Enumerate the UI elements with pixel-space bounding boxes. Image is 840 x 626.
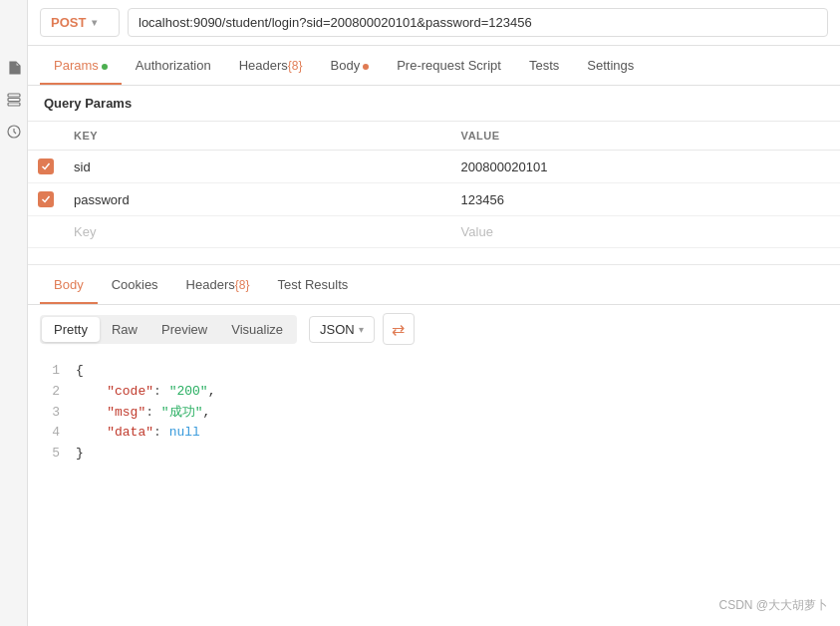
- empty-row: Key Value: [28, 216, 840, 248]
- res-tab-cookies[interactable]: Cookies: [98, 265, 172, 304]
- tab-tests[interactable]: Tests: [515, 46, 573, 85]
- chevron-down-icon: ▾: [92, 17, 97, 28]
- json-format-label: JSON: [320, 322, 355, 337]
- code-block: 1 { 2 "code": "200", 3 "msg": "成功", 4 ": [28, 353, 840, 472]
- col-header-value: VALUE: [451, 122, 840, 151]
- params-dot: [102, 64, 108, 70]
- code-line-5: 5 }: [40, 444, 828, 465]
- code-line-4: 4 "data": null: [40, 423, 828, 444]
- url-input[interactable]: [128, 8, 828, 37]
- row1-checkbox-cell: [38, 158, 54, 174]
- query-params-title: Query Params: [28, 86, 840, 121]
- res-tab-body[interactable]: Body: [40, 265, 98, 304]
- row2-key: password: [64, 183, 451, 216]
- empty-key-placeholder: Key: [74, 224, 96, 239]
- headers-badge: {8}: [288, 59, 303, 73]
- row2-checkbox[interactable]: [38, 191, 54, 207]
- raw-button[interactable]: Raw: [100, 317, 149, 342]
- wrap-icon: ⇄: [392, 320, 405, 339]
- tab-settings[interactable]: Settings: [573, 46, 648, 85]
- line-num-4: 4: [40, 423, 60, 444]
- response-tabs-bar: Body Cookies Headers{8} Test Results: [28, 265, 840, 305]
- json-format-selector[interactable]: JSON ▾: [309, 316, 375, 343]
- line-content-2: "code": "200",: [76, 382, 828, 403]
- tab-headers[interactable]: Headers{8}: [225, 46, 317, 85]
- line-content-3: "msg": "成功",: [76, 403, 828, 424]
- row1-checkbox[interactable]: [38, 158, 54, 174]
- line-num-3: 3: [40, 403, 60, 424]
- code-line-1: 1 {: [40, 361, 828, 382]
- line-num-5: 5: [40, 444, 60, 465]
- pretty-button[interactable]: Pretty: [42, 317, 100, 342]
- res-tab-test-results[interactable]: Test Results: [263, 265, 362, 304]
- res-tab-headers[interactable]: Headers{8}: [172, 265, 264, 304]
- line-content-1: {: [76, 361, 828, 382]
- row1-value: 200800020101: [451, 151, 840, 183]
- visualize-button[interactable]: Visualize: [219, 317, 295, 342]
- response-section: Body Cookies Headers{8} Test Results Pre…: [28, 264, 840, 472]
- col-header-key: KEY: [64, 122, 451, 151]
- body-dot: [363, 64, 369, 70]
- preview-button[interactable]: Preview: [149, 317, 219, 342]
- url-bar: POST ▾: [28, 0, 840, 46]
- method-label: POST: [51, 15, 86, 30]
- wrap-button[interactable]: ⇄: [383, 313, 415, 345]
- clock-icon[interactable]: [6, 124, 22, 140]
- format-group: Pretty Raw Preview Visualize: [40, 315, 297, 344]
- tab-params[interactable]: Params: [40, 46, 122, 85]
- request-tabs-bar: Params Authorization Headers{8} Body Pre…: [28, 46, 840, 86]
- table-row: sid 200800020101: [28, 151, 840, 183]
- table-row: password 123456: [28, 183, 840, 216]
- svg-rect-0: [8, 94, 20, 97]
- row1-key: sid: [64, 151, 451, 183]
- svg-rect-2: [8, 103, 20, 106]
- tab-authorization[interactable]: Authorization: [122, 46, 225, 85]
- method-selector[interactable]: POST ▾: [40, 8, 120, 37]
- line-num-2: 2: [40, 382, 60, 403]
- line-content-4: "data": null: [76, 423, 828, 444]
- row2-checkbox-cell: [38, 191, 54, 207]
- params-table: KEY VALUE sid 200800020101: [28, 121, 840, 248]
- tab-body[interactable]: Body: [317, 46, 384, 85]
- row2-value: 123456: [451, 183, 840, 216]
- svg-rect-1: [8, 99, 20, 102]
- code-line-3: 3 "msg": "成功",: [40, 403, 828, 424]
- res-headers-badge: {8}: [235, 278, 250, 292]
- tab-prerequest[interactable]: Pre-request Script: [383, 46, 515, 85]
- empty-value-placeholder: Value: [461, 224, 493, 239]
- format-toolbar: Pretty Raw Preview Visualize JSON ▾ ⇄: [28, 305, 840, 353]
- layers-icon[interactable]: [6, 92, 22, 108]
- file-icon[interactable]: [6, 60, 22, 76]
- code-line-2: 2 "code": "200",: [40, 382, 828, 403]
- line-content-5: }: [76, 444, 828, 465]
- line-num-1: 1: [40, 361, 60, 382]
- sidebar: [0, 0, 28, 472]
- json-chevron-icon: ▾: [359, 324, 364, 335]
